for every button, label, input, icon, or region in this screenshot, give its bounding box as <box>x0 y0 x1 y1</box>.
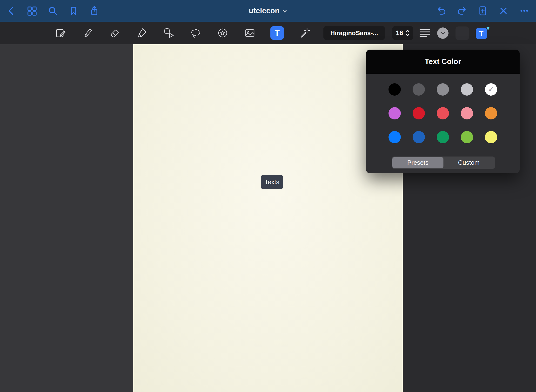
color-swatch-black[interactable] <box>389 83 401 96</box>
grid-view-icon <box>27 6 37 16</box>
color-swatch-pink[interactable] <box>461 107 473 119</box>
page-title: utelecon <box>249 7 279 15</box>
color-swatch-orange[interactable] <box>485 107 497 119</box>
heart-icon: ♥ <box>486 25 490 32</box>
lasso-icon <box>189 26 202 39</box>
text-color-popup: Text Color ✓ Presets Custom <box>366 50 520 173</box>
color-swatch-blue[interactable] <box>389 131 401 143</box>
pen-tool-button[interactable] <box>81 27 94 39</box>
stepper-chevrons-icon <box>405 29 410 37</box>
color-swatch-green[interactable] <box>437 131 449 143</box>
color-chevron-down-icon <box>440 31 446 35</box>
eraser-icon <box>108 26 121 39</box>
elements-tool-button[interactable] <box>216 27 229 39</box>
add-page-button[interactable] <box>477 5 489 17</box>
color-swatch-gray[interactable] <box>437 83 449 96</box>
checkmark-icon: ✓ <box>485 83 497 96</box>
shapes-icon <box>162 26 175 39</box>
color-swatch-light-green[interactable] <box>461 131 473 143</box>
favorite-text-style-button[interactable]: T ♥ <box>475 26 489 40</box>
share-icon <box>89 6 100 16</box>
back-button[interactable] <box>5 5 17 17</box>
color-swatch-dark-blue[interactable] <box>413 131 425 143</box>
font-family-button[interactable]: HiraginoSans-... <box>323 26 385 40</box>
text-alignment-icon <box>420 28 430 38</box>
back-icon <box>6 6 17 16</box>
image-icon <box>243 26 256 39</box>
lasso-tool-button[interactable] <box>189 27 202 39</box>
app-window: utelecon <box>0 0 536 392</box>
text-alignment-button[interactable] <box>419 27 431 39</box>
color-swatch-red[interactable] <box>413 107 425 119</box>
search-button[interactable] <box>47 5 59 17</box>
topbar-right-group <box>435 5 536 17</box>
add-page-icon <box>477 6 488 16</box>
laser-pointer-icon <box>298 26 311 39</box>
page-thumbnails-button[interactable] <box>26 5 38 17</box>
secondary-color-button[interactable] <box>456 26 469 40</box>
chevron-down-icon <box>282 9 287 13</box>
popup-header: Text Color <box>366 50 520 74</box>
presets-custom-segmented-control: Presets Custom <box>392 157 495 169</box>
color-swatch-white[interactable]: ✓ <box>485 83 497 96</box>
font-size-stepper[interactable]: 16 <box>392 26 413 40</box>
more-icon <box>519 6 529 16</box>
edit-mode-button[interactable] <box>54 27 67 39</box>
color-swatch-light-gray[interactable] <box>461 83 473 96</box>
tab-presets[interactable]: Presets <box>392 157 443 168</box>
search-icon <box>47 6 58 16</box>
undo-icon <box>436 6 447 16</box>
elements-star-icon <box>216 26 229 39</box>
page-canvas[interactable] <box>133 44 403 392</box>
topbar-left-group <box>0 5 100 17</box>
redo-icon <box>457 6 467 16</box>
close-button[interactable] <box>497 5 509 17</box>
undo-button[interactable] <box>435 5 447 17</box>
canvas-text-object[interactable]: Texts <box>261 175 283 189</box>
image-tool-button[interactable] <box>243 27 256 39</box>
font-family-label: HiraginoSans-... <box>330 29 378 37</box>
text-tool-button[interactable]: T <box>270 26 284 40</box>
redo-button[interactable] <box>456 5 468 17</box>
highlighter-icon <box>135 26 148 39</box>
close-icon <box>498 6 509 16</box>
text-tool-icon: T <box>275 28 280 38</box>
swatch-grid: ✓ <box>366 74 520 143</box>
text-style-icon: T <box>476 28 487 39</box>
font-size-value: 16 <box>396 29 403 37</box>
bookmark-button[interactable] <box>67 5 80 17</box>
more-button[interactable] <box>518 5 530 17</box>
top-navigation-bar: utelecon <box>0 0 536 22</box>
highlighter-tool-button[interactable] <box>135 27 148 39</box>
tool-bar: T HiraginoSans-... 16 <box>0 22 536 44</box>
text-color-button[interactable] <box>437 27 449 39</box>
shapes-tool-button[interactable] <box>162 27 175 39</box>
document-title-menu[interactable]: utelecon <box>249 0 287 22</box>
tool-group: T <box>54 22 311 44</box>
color-swatch-yellow[interactable] <box>485 131 497 143</box>
bookmark-icon <box>68 6 79 16</box>
color-swatch-coral-red[interactable] <box>437 107 449 119</box>
color-swatch-dark-gray[interactable] <box>413 83 425 96</box>
popup-title: Text Color <box>425 57 461 66</box>
edit-mode-icon <box>54 26 67 39</box>
laser-pointer-tool-button[interactable] <box>298 27 311 39</box>
tab-custom[interactable]: Custom <box>443 157 495 168</box>
eraser-tool-button[interactable] <box>108 27 121 39</box>
share-button[interactable] <box>88 5 100 17</box>
pen-icon <box>81 26 94 39</box>
color-swatch-purple[interactable] <box>389 107 401 119</box>
